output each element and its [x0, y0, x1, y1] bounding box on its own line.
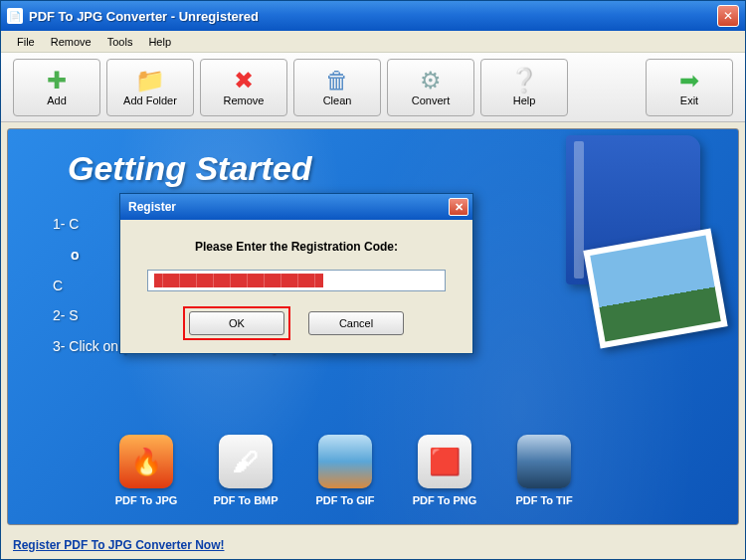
registration-code-input[interactable] [147, 270, 446, 291]
format-bmp[interactable]: 🖌 PDF To BMP [207, 435, 284, 506]
format-tif[interactable]: PDF To TIF [505, 435, 583, 506]
menu-help[interactable]: Help [140, 33, 179, 51]
dialog-close-button[interactable]: ✕ [449, 198, 468, 216]
menu-tools[interactable]: Tools [99, 33, 141, 51]
png-label: PDF To PNG [413, 494, 477, 506]
ok-highlight: OK [189, 311, 284, 335]
menu-file[interactable]: File [9, 33, 43, 51]
format-buttons: 🔥 PDF To JPG 🖌 PDF To BMP PDF To GIF 🟥 P… [107, 435, 583, 506]
add-folder-button[interactable]: 📁 Add Folder [106, 59, 194, 116]
remove-button[interactable]: ✖ Remove [200, 59, 287, 116]
register-dialog: Register ✕ Please Enter the Registration… [119, 193, 473, 354]
tif-label: PDF To TIF [515, 494, 572, 506]
dialog-buttons: OK Cancel [144, 311, 449, 335]
exit-label: Exit [680, 94, 698, 106]
menu-remove[interactable]: Remove [43, 33, 99, 51]
register-link[interactable]: Register PDF To JPG Converter Now! [13, 538, 224, 552]
format-jpg[interactable]: 🔥 PDF To JPG [107, 435, 185, 506]
add-button[interactable]: ✚ Add [13, 59, 100, 116]
gear-icon: ⚙ [420, 69, 442, 93]
format-png[interactable]: 🟥 PDF To PNG [406, 435, 483, 506]
cancel-button[interactable]: Cancel [308, 311, 404, 335]
footer: Register PDF To JPG Converter Now! [1, 531, 745, 559]
tif-icon [517, 435, 571, 488]
arrow-right-icon: ➡ [679, 69, 699, 93]
format-gif[interactable]: PDF To GIF [306, 435, 384, 506]
jpg-icon: 🔥 [119, 435, 173, 488]
getting-started-heading: Getting Started [68, 149, 312, 188]
clean-button[interactable]: 🗑 Clean [293, 59, 381, 116]
bmp-label: PDF To BMP [213, 494, 278, 506]
title-bar: 📄 PDF To JPG Converter - Unregistered ✕ [1, 1, 745, 31]
clean-label: Clean [323, 94, 352, 106]
add-label: Add [47, 94, 67, 106]
gif-label: PDF To GIF [315, 494, 374, 506]
toolbar-spacer [574, 59, 640, 116]
window-close-button[interactable]: ✕ [717, 5, 739, 27]
add-folder-label: Add Folder [123, 94, 177, 106]
help-button[interactable]: ❔ Help [480, 59, 568, 116]
window-title: PDF To JPG Converter - Unregistered [29, 9, 717, 24]
toolbar: ✚ Add 📁 Add Folder ✖ Remove 🗑 Clean ⚙ Co… [1, 53, 745, 122]
remove-label: Remove [224, 94, 265, 106]
bmp-icon: 🖌 [219, 435, 273, 488]
app-icon: 📄 [7, 8, 23, 24]
png-icon: 🟥 [418, 435, 471, 488]
dialog-title-bar: Register ✕ [120, 194, 472, 220]
help-label: Help [513, 94, 536, 106]
plus-icon: ✚ [47, 69, 67, 93]
dialog-prompt: Please Enter the Registration Code: [144, 240, 449, 254]
gif-icon [318, 435, 372, 488]
jpg-label: PDF To JPG [115, 494, 178, 506]
trash-icon: 🗑 [325, 69, 349, 93]
folder-icon: 📁 [135, 69, 165, 93]
dialog-body: Please Enter the Registration Code: OK C… [120, 220, 472, 353]
exit-button[interactable]: ➡ Exit [646, 59, 733, 116]
help-icon: ❔ [509, 69, 539, 93]
delete-icon: ✖ [234, 69, 254, 93]
ok-button[interactable]: OK [189, 311, 284, 335]
convert-button[interactable]: ⚙ Convert [387, 59, 474, 116]
dialog-title: Register [128, 200, 176, 214]
menu-bar: File Remove Tools Help [1, 31, 745, 53]
convert-label: Convert [412, 94, 451, 106]
